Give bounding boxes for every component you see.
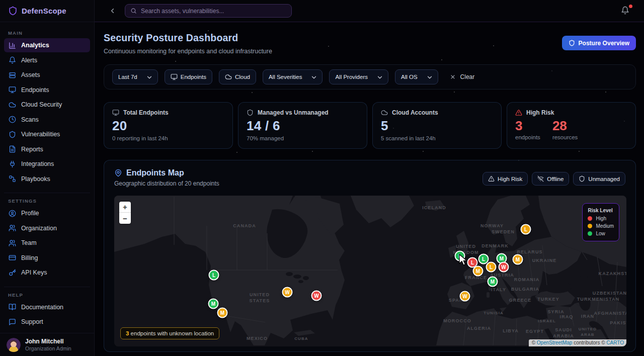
- monitor-icon: [112, 109, 119, 116]
- map-country-label: UNITED STATES: [250, 292, 270, 304]
- map-country-label: ALGERIA: [467, 325, 491, 331]
- sidebar-item-label: Playbooks: [21, 175, 50, 183]
- cloud-icon: [225, 73, 232, 80]
- toggle-endpoints[interactable]: Endpoints: [165, 69, 212, 84]
- map-pin-icon: [114, 169, 122, 177]
- zoom-in-button[interactable]: +: [119, 202, 131, 213]
- clock-icon: [9, 116, 16, 123]
- sidebar-item-label: Organization: [21, 225, 57, 232]
- dropdown-all-os[interactable]: All OS: [395, 69, 438, 84]
- bar-chart-icon: [9, 42, 16, 49]
- shield-icon: [247, 109, 254, 116]
- security-dashboard-page: DefenScope MAINAnalyticsAlertsAssetsEndp…: [0, 0, 644, 356]
- avatar: [7, 338, 21, 352]
- endpoint-marker-med[interactable]: M: [217, 308, 228, 318]
- carto-link[interactable]: CARTO: [606, 340, 624, 345]
- stat-value: 5: [381, 118, 493, 134]
- search-input[interactable]: [141, 8, 286, 15]
- sidebar-section-label: MAIN: [8, 30, 86, 36]
- sidebar-item-playbooks[interactable]: Playbooks: [4, 172, 90, 186]
- map-filter-buttons: High RiskOfflineUnmanaged: [482, 172, 625, 187]
- sidebar-item-label: Profile: [21, 210, 39, 217]
- sidebar-item-label: Reports: [21, 146, 43, 153]
- wifi-off-icon: [537, 175, 544, 182]
- sidebar-item-profile[interactable]: Profile: [4, 206, 90, 220]
- endpoint-marker-low[interactable]: M: [488, 277, 498, 287]
- stat-value: 14 / 6: [247, 118, 359, 134]
- clear-filters-button[interactable]: Clear: [450, 73, 475, 80]
- user-name: John Mitchell: [25, 338, 71, 345]
- back-button[interactable]: [105, 4, 120, 19]
- endpoint-marker-med[interactable]: M: [473, 266, 484, 277]
- sidebar-item-label: Documentation: [21, 304, 63, 311]
- endpoint-marker-med[interactable]: L: [486, 262, 497, 273]
- sidebar-item-reports[interactable]: Reports: [4, 142, 90, 156]
- dropdown-all-providers[interactable]: All Providers: [329, 69, 388, 84]
- sidebar-item-billing[interactable]: Billing: [4, 251, 90, 265]
- sidebar-item-integrations[interactable]: Integrations: [4, 157, 90, 171]
- stats-row: Total Endpoints200 reporting in last 24h…: [104, 102, 636, 149]
- openstreetmap-link[interactable]: OpenStreetMap: [537, 340, 573, 345]
- zoom-out-button[interactable]: −: [119, 213, 131, 224]
- endpoint-marker-med[interactable]: L: [521, 224, 531, 235]
- map-filter-high-risk[interactable]: High Risk: [482, 172, 528, 186]
- map-filter-unmanaged[interactable]: Unmanaged: [573, 172, 625, 186]
- sidebar-item-organization[interactable]: Organization: [4, 221, 90, 235]
- sidebar-item-cloud-security[interactable]: Cloud Security: [4, 98, 90, 112]
- endpoint-marker-med[interactable]: M: [513, 254, 523, 265]
- sidebar-item-support[interactable]: Support: [4, 315, 90, 329]
- sidebar-section-help: HELPDocumentationSupport: [4, 292, 90, 336]
- map-country-label: DENMARK: [481, 243, 509, 249]
- sidebar-item-team[interactable]: Team: [4, 236, 90, 250]
- stat-value: 20: [112, 118, 224, 134]
- map-country-label: ISRAEL: [538, 319, 556, 324]
- app-logo[interactable]: DefenScope: [0, 0, 94, 22]
- stat-unit: resources: [552, 134, 578, 140]
- dropdown-all-severities[interactable]: All Severities: [263, 69, 323, 84]
- notifications-button[interactable]: [621, 6, 631, 16]
- map-country-label: TURKMENISTAN: [577, 296, 620, 302]
- map-country-label: UZBEKISTAN: [593, 290, 626, 296]
- sidebar-item-assets[interactable]: Assets: [4, 68, 90, 82]
- endpoint-marker-med[interactable]: W: [460, 291, 470, 302]
- map-title: Endpoints Map: [126, 168, 184, 177]
- sidebar-item-analytics[interactable]: Analytics: [4, 38, 90, 52]
- posture-overview-button[interactable]: Posture Overview: [562, 36, 636, 50]
- endpoint-marker-high[interactable]: W: [499, 262, 509, 273]
- endpoint-marker-high[interactable]: W: [311, 291, 322, 301]
- map-attribution: © OpenStreetMap contributors © CARTO: [529, 339, 626, 346]
- sidebar-item-label: Analytics: [21, 42, 49, 49]
- user-circle-icon: [9, 210, 16, 217]
- unknown-location-badge: 3 endpoints with unknown location: [120, 327, 219, 339]
- world-map[interactable]: CANADAICELANDNORWAYSWEDENDENMARKUNITED K…: [114, 196, 626, 346]
- sidebar-item-documentation[interactable]: Documentation: [4, 300, 90, 314]
- map-filter-offline[interactable]: Offline: [532, 172, 569, 186]
- time-range-dropdown[interactable]: Last 7d: [112, 69, 158, 84]
- endpoint-marker-low[interactable]: L: [455, 251, 465, 261]
- user-profile[interactable]: John Mitchell Organization Admin: [0, 333, 94, 356]
- toggle-cloud[interactable]: Cloud: [219, 69, 256, 84]
- endpoint-marker-med[interactable]: W: [282, 287, 293, 298]
- map-country-label: BULGARIA: [511, 286, 539, 292]
- map-country-label: ICELAND: [422, 205, 446, 211]
- sidebar-item-label: Support: [21, 318, 43, 325]
- map-country-label: AFGHANISTAN: [594, 310, 626, 316]
- endpoint-marker-low[interactable]: M: [208, 299, 219, 309]
- sidebar-item-endpoints[interactable]: Endpoints: [4, 83, 90, 97]
- sidebar-item-vulnerabilities[interactable]: Vulnerabilities: [4, 127, 90, 141]
- plug-icon: [9, 160, 16, 168]
- stat-card-total-endpoints: Total Endpoints200 reporting in last 24h: [104, 102, 233, 149]
- endpoint-marker-low[interactable]: L: [209, 270, 219, 281]
- topbar: [95, 0, 644, 22]
- search-icon: [130, 8, 137, 14]
- sidebar-item-scans[interactable]: Scans: [4, 113, 90, 127]
- sidebar-item-alerts[interactable]: Alerts: [4, 53, 90, 67]
- sidebar-item-label: Billing: [21, 254, 38, 261]
- legend-item-low: Low: [588, 231, 614, 236]
- map-country-label: MOROCCO: [443, 318, 471, 324]
- endpoints-map-card: Endpoints Map Geographic distribution of…: [104, 160, 636, 352]
- map-country-label: GREECE: [509, 297, 532, 303]
- sidebar-item-api-keys[interactable]: API Keys: [4, 265, 90, 280]
- sidebar-section-label: SETTINGS: [8, 198, 86, 204]
- users-icon: [9, 224, 16, 232]
